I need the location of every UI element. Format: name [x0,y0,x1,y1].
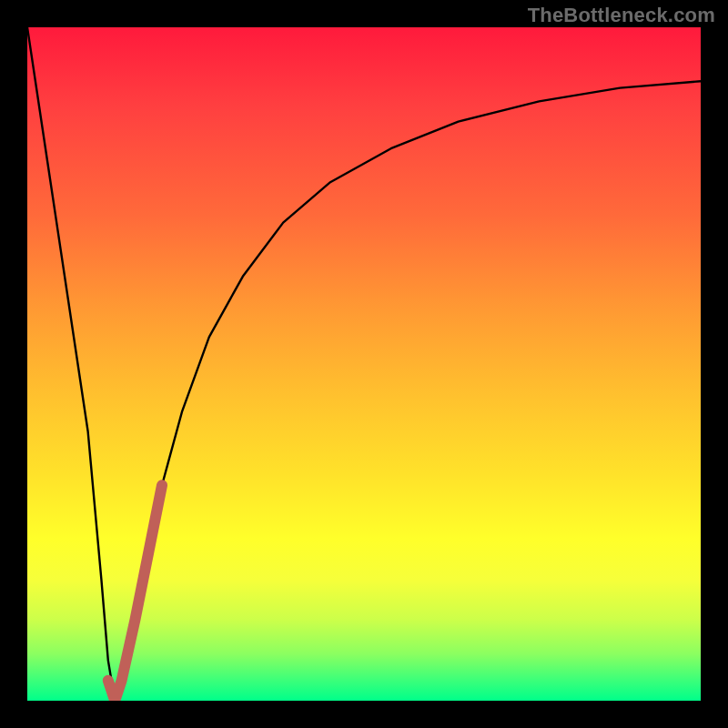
chart-frame: TheBottleneck.com [0,0,728,728]
curve-layer [27,27,701,701]
bottleneck-curve [27,27,701,701]
highlight-segment [108,485,162,701]
plot-area [27,27,701,701]
watermark-text: TheBottleneck.com [528,4,715,27]
